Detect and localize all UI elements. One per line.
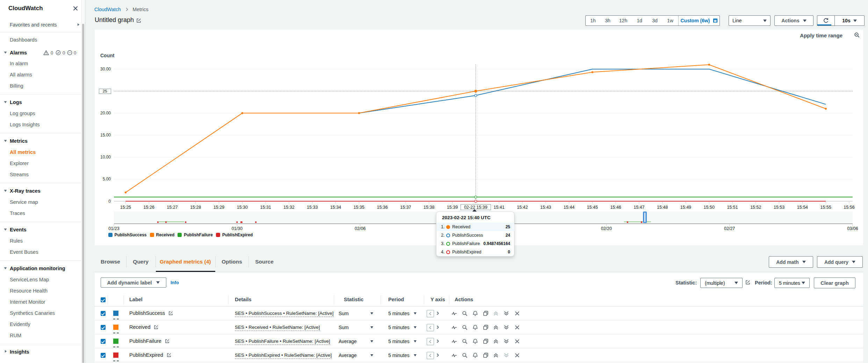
move-up-icon[interactable] <box>493 353 499 358</box>
create-alarm-icon[interactable] <box>472 311 478 316</box>
clear-graph-button[interactable]: Clear graph <box>814 277 855 288</box>
add-math-button[interactable]: Add math <box>769 256 813 268</box>
sidebar-section-events[interactable]: Events <box>10 227 27 232</box>
graph-this-metric-icon[interactable] <box>451 311 457 316</box>
sidebar-section-logs[interactable]: Logs <box>10 99 22 105</box>
edit-label-icon[interactable] <box>165 339 169 343</box>
period-value[interactable]: 5 minutes <box>388 339 410 344</box>
tab-browse[interactable]: Browse <box>95 256 126 267</box>
metric-details[interactable]: SES • PublishFailure • RuleSetName: [Act… <box>235 339 330 344</box>
sidebar-item-traces[interactable]: Traces <box>10 210 25 216</box>
caret-down-icon[interactable] <box>3 101 7 104</box>
edit-label-icon[interactable] <box>154 325 158 329</box>
sidebar-section-metrics[interactable]: Metrics <box>10 138 28 144</box>
graph-this-metric-icon[interactable] <box>451 325 457 330</box>
caret-down-icon[interactable] <box>3 51 7 54</box>
metric-details[interactable]: SES • PublishExpired • RuleSetName: [Act… <box>235 353 332 358</box>
row-checkbox[interactable] <box>101 325 106 330</box>
remove-icon[interactable] <box>514 325 520 330</box>
sidebar-item-servicelens-map[interactable]: ServiceLens Map <box>10 277 49 282</box>
time-range-12h[interactable]: 12h <box>615 16 631 25</box>
caret-down-icon[interactable] <box>370 340 373 342</box>
sidebar-section-insights[interactable]: Insights <box>10 349 29 355</box>
period-value[interactable]: 5 minutes <box>388 325 410 330</box>
search-icon[interactable] <box>462 339 468 344</box>
chart-type-select[interactable]: Line <box>729 15 771 26</box>
column-header-actions[interactable]: Actions <box>455 297 473 302</box>
remove-icon[interactable] <box>514 339 520 344</box>
caret-down-icon[interactable] <box>370 354 373 356</box>
y-axis-left-toggle[interactable] <box>427 324 434 331</box>
metric-details[interactable]: SES • Received • RuleSetName: [Active] <box>235 325 320 330</box>
caret-down-icon[interactable] <box>370 312 373 314</box>
sidebar-item-logs-insights[interactable]: Logs Insights <box>10 122 39 127</box>
row-checkbox[interactable] <box>101 353 106 358</box>
sidebar-item-all-metrics[interactable]: All metrics <box>10 149 36 155</box>
period-value[interactable]: 5 minutes <box>388 311 410 316</box>
sidebar-item-favorites[interactable]: Favorites and recents <box>10 22 57 28</box>
sidebar-scrollbar[interactable] <box>81 0 85 363</box>
add-dynamic-label-button[interactable]: Add dynamic label <box>101 277 166 288</box>
time-range-3d[interactable]: 3d <box>648 16 662 25</box>
caret-down-icon[interactable] <box>414 326 417 328</box>
legend-swatch-publishsuccess[interactable] <box>108 233 113 237</box>
sidebar-item-synthetics-canaries[interactable]: Synthetics Canaries <box>10 310 55 316</box>
statistic-value[interactable]: Average <box>339 339 357 344</box>
create-alarm-icon[interactable] <box>472 325 478 330</box>
sidebar-item-in-alarm[interactable]: In alarm <box>10 61 28 66</box>
time-range-1w[interactable]: 1w <box>662 16 678 25</box>
statistic-value[interactable]: Sum <box>339 325 349 330</box>
y-axis-right-toggle[interactable] <box>435 353 440 358</box>
edit-label-icon[interactable] <box>168 311 173 316</box>
create-alarm-icon[interactable] <box>472 339 478 344</box>
caret-down-icon[interactable] <box>414 312 417 314</box>
sidebar-item-internet-monitor[interactable]: Internet Monitor <box>10 299 45 305</box>
sidebar-item-explorer[interactable]: Explorer <box>10 161 29 166</box>
add-query-button[interactable]: Add query <box>817 256 863 268</box>
sidebar-section-xray[interactable]: X-Ray traces <box>10 188 41 194</box>
caret-down-icon[interactable] <box>370 326 373 328</box>
move-up-icon[interactable] <box>493 339 499 344</box>
move-down-icon[interactable] <box>504 339 509 344</box>
graph-this-metric-icon[interactable] <box>451 339 457 344</box>
sidebar-item-streams[interactable]: Streams <box>10 172 29 177</box>
caret-down-icon[interactable] <box>3 139 7 142</box>
search-icon[interactable] <box>462 311 468 316</box>
row-checkbox[interactable] <box>101 339 106 344</box>
minimap-selection-brush[interactable] <box>643 212 647 223</box>
statistic-value[interactable]: Average <box>339 353 357 358</box>
row-checkbox[interactable] <box>101 311 106 316</box>
move-up-icon[interactable] <box>493 325 499 330</box>
move-down-icon[interactable] <box>504 311 509 316</box>
move-down-icon[interactable] <box>504 325 509 330</box>
edit-statistic-icon[interactable] <box>745 280 750 285</box>
duplicate-icon[interactable] <box>483 325 489 330</box>
y-axis-left-toggle[interactable] <box>427 310 434 317</box>
duplicate-icon[interactable] <box>483 311 489 316</box>
caret-right-icon[interactable] <box>4 349 7 353</box>
period-value[interactable]: 5 minutes <box>388 353 410 358</box>
sidebar-item-billing[interactable]: Billing <box>10 83 23 89</box>
tab-options[interactable]: Options <box>215 256 248 267</box>
legend-swatch-received[interactable] <box>150 233 154 237</box>
sidebar-item-event-buses[interactable]: Event Buses <box>10 249 38 255</box>
time-range-1h[interactable]: 1h <box>586 16 600 25</box>
sidebar-section-application-monitoring[interactable]: Application monitoring <box>10 266 65 271</box>
legend-swatch-publishfailure[interactable] <box>178 233 182 237</box>
create-alarm-icon[interactable] <box>472 353 478 358</box>
remove-icon[interactable] <box>514 353 520 358</box>
tab-query[interactable]: Query <box>126 256 155 267</box>
color-swatch[interactable] <box>113 339 118 344</box>
legend-swatch-publishexpired[interactable] <box>216 233 220 237</box>
breadcrumb-cloudwatch-link[interactable]: CloudWatch <box>94 7 121 12</box>
actions-button[interactable]: Actions <box>774 15 813 26</box>
caret-down-icon[interactable] <box>3 228 7 231</box>
caret-down-icon[interactable] <box>3 189 7 192</box>
color-swatch[interactable] <box>113 353 118 358</box>
sidebar-close-icon[interactable] <box>73 6 79 12</box>
y-axis-right-toggle[interactable] <box>435 311 440 316</box>
column-header-yaxis[interactable]: Y axis <box>431 297 445 302</box>
sidebar-item-log-groups[interactable]: Log groups <box>10 111 35 116</box>
edit-label-icon[interactable] <box>167 353 171 357</box>
select-all-checkbox[interactable] <box>101 297 106 302</box>
